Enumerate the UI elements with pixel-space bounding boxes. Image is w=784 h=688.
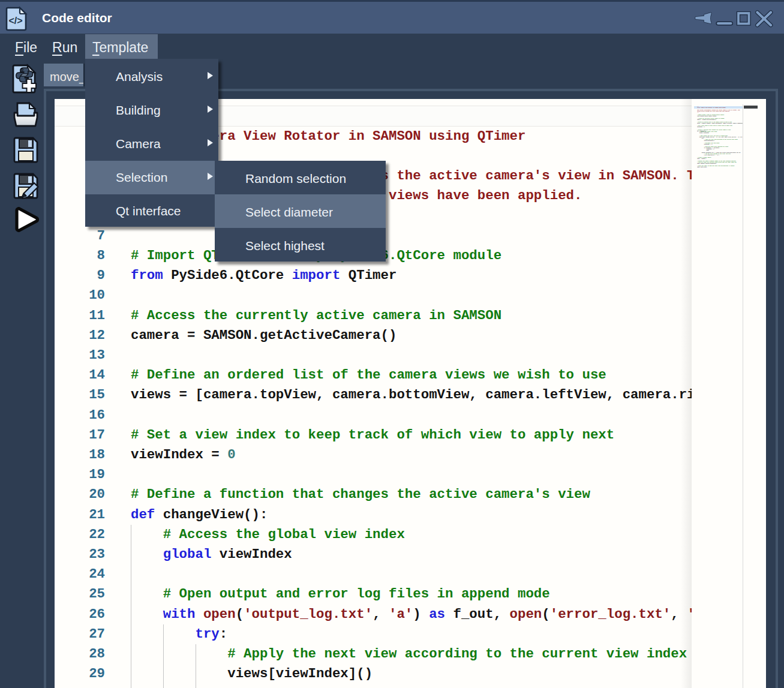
svg-text:</>: </> (8, 16, 22, 26)
